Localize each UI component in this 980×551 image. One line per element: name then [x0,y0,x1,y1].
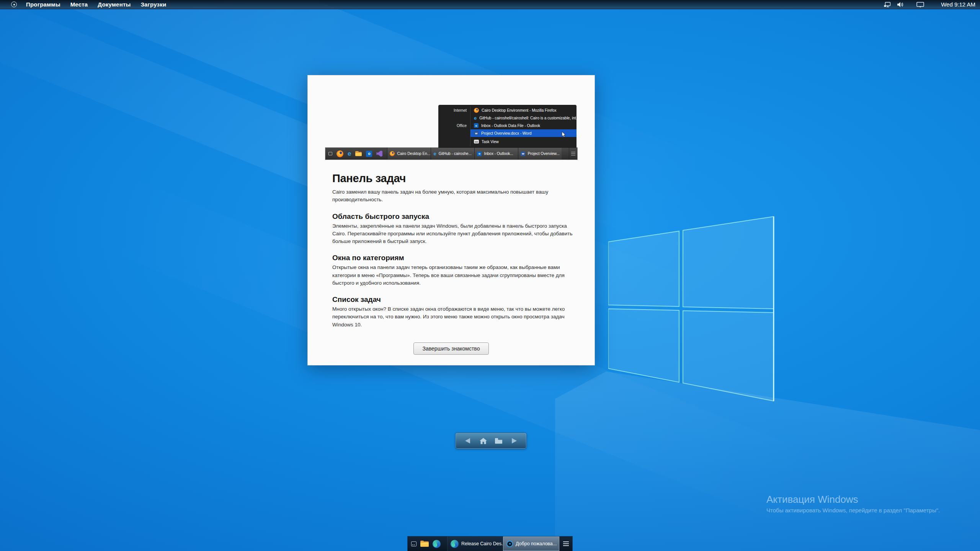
quick-launch-area [408,536,447,551]
edge-icon: e [474,116,477,121]
intro-text: Cairo заменил вашу панель задач на более… [332,188,573,204]
volume-icon[interactable] [897,2,904,8]
taskbar-menu-button[interactable] [559,536,572,551]
screenshot-quick-launch: e o [325,148,387,160]
screenshot-task-button: w Project Overview... [518,148,562,160]
section-heading-categories: Окна по категориям [332,254,570,262]
screenshot-taskbar: e o Cairo Desktop En... e GitHub - cairo… [325,148,577,160]
edge-icon: e [348,150,351,157]
display-icon[interactable] [916,2,924,8]
category-label-office: Office [438,122,470,129]
network-icon[interactable] [884,2,891,8]
section-heading-task-list: Список задач [332,295,570,304]
cairo-welcome-window: Internet Cairo Desktop Environment - Moz… [307,75,595,365]
edge-icon [451,540,459,548]
taskbar: Release Cairo Des... Добро пожалова... [408,536,572,551]
section-body-task-list: Много открытых окон? В списке задач окна… [332,305,573,329]
menu-item-highlighted: w Project Overview.docx - Word [470,129,577,137]
screenshot-taskbar-menu-icon [569,148,577,160]
windows-activation-watermark: Активация Windows Чтобы активировать Win… [766,494,940,514]
section-body-quick-launch: Элементы, закреплённые на панели задач W… [332,222,573,246]
menu-item-task-view: Task View [470,137,577,146]
task-view-icon [474,140,479,143]
menubar-item-programs[interactable]: Программы [26,1,60,8]
folder-icon [355,151,362,156]
hamburger-icon [563,541,569,546]
outlook-icon: o [477,152,482,156]
clock[interactable]: Wed 9:12 AM [941,1,975,8]
firefox-icon [474,108,479,113]
screenshot-category-menu: Internet Cairo Desktop Environment - Moz… [438,105,577,148]
cairo-icon [506,541,513,547]
top-menu-bar: Программы Места Документы Загрузки [0,0,980,9]
desktop-nav-toolbar [456,433,526,449]
menubar-item-documents[interactable]: Документы [98,1,131,8]
mouse-cursor-icon [562,132,567,137]
outlook-icon: o [366,151,372,157]
menu-item: o Inbox - Outlook Data File - Outlook [470,122,577,129]
screenshot-task-button: Cairo Desktop En... [387,148,431,160]
screenshot-task-button: o Inbox - Outlook... [474,148,518,160]
task-button-release-cairo[interactable]: Release Cairo Des... [447,536,503,551]
watermark-title: Активация Windows [766,494,940,505]
section-body-categories: Открытые окна на панели задач теперь орг… [332,264,573,287]
folder-icon[interactable] [420,541,429,547]
menu-item: e GitHub - cairoshell/cairoshell: Cairo … [470,114,577,122]
show-desktop-icon [328,152,332,155]
firefox-icon [336,150,343,157]
folder-button[interactable] [492,435,505,447]
edge-icon: e [433,151,436,156]
menu-item: Cairo Desktop Environment - Mozilla Fire… [470,106,577,114]
visual-studio-icon [376,151,382,157]
task-button-welcome-active[interactable]: Добро пожалова... [503,536,559,551]
edge-icon[interactable] [433,540,441,548]
back-icon [464,438,471,444]
console-icon[interactable] [411,541,416,546]
finish-tour-button[interactable]: Завершить знакомство [413,342,489,355]
menubar-item-downloads[interactable]: Загрузки [140,1,166,8]
menubar-item-places[interactable]: Места [70,1,88,8]
category-label-internet: Internet [438,106,470,114]
forward-icon [511,438,518,444]
back-button[interactable] [461,435,474,447]
word-icon: w [474,131,479,135]
folder-icon [495,438,503,444]
forward-button[interactable] [508,435,521,447]
page-title: Панель задач [332,172,570,185]
firefox-icon [390,151,395,156]
cairo-menu-icon[interactable] [11,2,17,7]
word-icon: w [521,152,525,156]
screenshot-task-button: e GitHub - cairoshe... [431,148,474,160]
section-heading-quick-launch: Область быстрого запуска [332,212,570,221]
home-button[interactable] [477,435,490,447]
watermark-subtitle: Чтобы активировать Windows, перейдите в … [766,507,940,514]
taskbar-screenshot-illustration: Internet Cairo Desktop Environment - Moz… [308,75,595,169]
outlook-icon: o [474,123,479,128]
home-icon [480,438,487,444]
